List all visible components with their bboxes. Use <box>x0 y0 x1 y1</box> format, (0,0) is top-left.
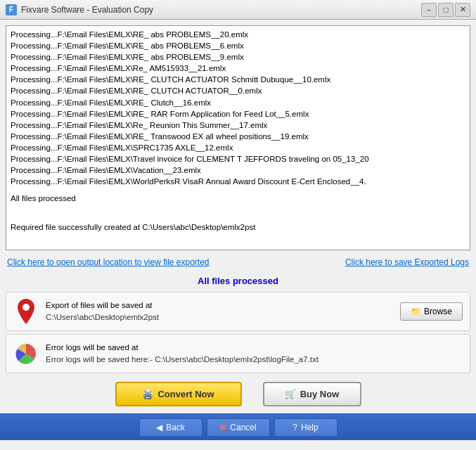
minimize-button[interactable]: − <box>421 3 437 17</box>
help-button[interactable]: ? Help <box>274 418 337 437</box>
log-line: Processing...F:\Email Files\EMLX\RE_ CLU… <box>11 74 465 85</box>
log-line: Processing...F:\Email Files\EMLX\Vacatio… <box>11 165 465 176</box>
log-line: Processing...F:\Email Files\EMLX\Travel … <box>11 153 465 165</box>
log-line: Processing...F:\Email Files\EMLX\WorldPe… <box>11 176 465 187</box>
success-message-line: Required file successfully created at C:… <box>11 221 465 233</box>
links-row: Click here to open output location to vi… <box>6 255 470 270</box>
log-line: Processing...F:\Email Files\EMLX\Re_ Reu… <box>11 120 465 131</box>
svg-point-0 <box>22 304 30 311</box>
back-label: Back <box>166 423 185 432</box>
view-file-link[interactable]: Click here to open output location to vi… <box>7 257 210 267</box>
back-button[interactable]: ◀ Back <box>139 418 202 437</box>
export-path: C:\Users\abc\Desktop\emlx2pst <box>46 311 393 323</box>
title-bar: F Fixvare Software - Evaluation Copy − □… <box>0 0 476 20</box>
window-title: Fixvare Software - Evaluation Copy <box>21 5 421 15</box>
cancel-label: Cancel <box>230 423 256 432</box>
export-pin-icon <box>13 299 39 324</box>
log-line: Processing...F:\Email Files\EMLX\RE_ abs… <box>11 29 465 40</box>
convert-now-button[interactable]: 🖨️ Convert Now <box>115 382 242 406</box>
log-line: Processing...F:\Email Files\EMLX\RE_ Clu… <box>11 97 465 108</box>
status-message: All files processed <box>6 274 470 288</box>
buy-label: Buy Now <box>300 389 340 399</box>
log-line: Processing...F:\Email Files\EMLX\RE_ Tra… <box>11 131 465 142</box>
buy-now-button[interactable]: 🛒 Buy Now <box>263 382 361 406</box>
log-line: Processing...F:\Email Files\EMLX\RE_ abs… <box>11 51 465 63</box>
export-panel-text: Export of files will be saved at C:\User… <box>46 300 393 324</box>
export-label: Export of files will be saved at <box>46 300 393 311</box>
action-buttons: 🖨️ Convert Now 🛒 Buy Now <box>6 378 470 409</box>
browse-button[interactable]: 📁 Browse <box>400 302 463 321</box>
log-line: Processing...F:\Email Files\EMLX\RE_ abs… <box>11 40 465 51</box>
all-files-processed-line: All files processed <box>11 193 465 204</box>
error-label: Error logs will be saved at <box>46 342 463 354</box>
main-window: Processing...F:\Email Files\EMLX\RE_ abs… <box>0 20 476 450</box>
browse-label: Browse <box>424 307 452 316</box>
window-controls: − □ ✕ <box>421 3 470 17</box>
help-icon: ? <box>292 423 297 432</box>
cancel-icon: ✖ <box>219 423 226 432</box>
browse-icon: 📁 <box>411 307 421 316</box>
log-line: Processing...F:\Email Files\EMLX\RE_ CLU… <box>11 85 465 96</box>
save-logs-link[interactable]: Click here to save Exported Logs <box>345 257 469 267</box>
help-label: Help <box>301 423 319 432</box>
log-line: Processing...F:\Email Files\EMLX\Re_ AM5… <box>11 63 465 74</box>
log-line: Processing...F:\Email Files\EMLX\RE_ RAR… <box>11 108 465 120</box>
convert-icon: 🖨️ <box>142 389 153 399</box>
app-icon: F <box>6 4 17 15</box>
maximize-button[interactable]: □ <box>438 3 454 17</box>
bottom-nav-bar: ◀ Back ✖ Cancel ? Help <box>0 413 476 440</box>
error-panel-text: Error logs will be saved at Error logs w… <box>46 342 463 366</box>
export-panel: Export of files will be saved at C:\User… <box>6 292 470 331</box>
convert-label: Convert Now <box>157 389 214 399</box>
back-icon: ◀ <box>156 423 162 432</box>
error-path: Error logs will be saved here:- C:\Users… <box>46 354 463 366</box>
info-panels: Export of files will be saved at C:\User… <box>6 292 470 373</box>
log-line: Processing...F:\Email Files\EMLX\SPRC173… <box>11 142 465 153</box>
cancel-button[interactable]: ✖ Cancel <box>207 418 270 437</box>
error-log-panel: Error logs will be saved at Error logs w… <box>6 334 470 373</box>
pie-chart-icon <box>13 341 39 366</box>
buy-icon: 🛒 <box>285 389 296 399</box>
log-output-area[interactable]: Processing...F:\Email Files\EMLX\RE_ abs… <box>6 25 470 250</box>
close-button[interactable]: ✕ <box>455 3 470 17</box>
